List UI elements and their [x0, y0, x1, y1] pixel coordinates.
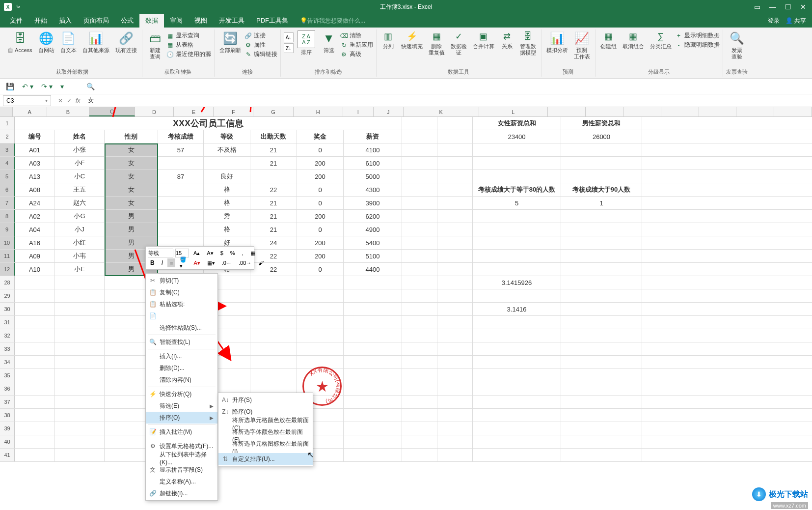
- flash-fill-button[interactable]: ⚡快速填充: [399, 29, 425, 51]
- from-table-button[interactable]: ▦从表格: [167, 41, 211, 49]
- cell-9-0[interactable]: A04: [15, 223, 55, 236]
- sub-自定义排序(U)...[interactable]: ⇅自定义排序(U)...: [218, 453, 313, 465]
- cell-33-7[interactable]: [344, 342, 402, 355]
- tab-data[interactable]: 数据: [139, 14, 164, 28]
- row-header-29[interactable]: 29: [0, 289, 15, 302]
- cell-5-1[interactable]: 小C: [55, 170, 105, 183]
- cell-35-10[interactable]: [473, 369, 561, 382]
- cell-28-8[interactable]: [402, 276, 437, 289]
- cell-9-1[interactable]: 小J: [55, 223, 105, 236]
- filter-button[interactable]: ▼筛选: [319, 29, 339, 55]
- cell-38-10[interactable]: [473, 409, 561, 422]
- row-header-4[interactable]: 4: [0, 157, 15, 170]
- cell-30-5[interactable]: [250, 303, 297, 315]
- cell-6-5[interactable]: 22: [250, 183, 297, 196]
- ungroup-button[interactable]: ▦取消组合: [621, 29, 646, 51]
- header-6[interactable]: 奖金: [297, 130, 344, 143]
- cell-37-10[interactable]: [473, 396, 561, 408]
- cell-38-9[interactable]: [437, 409, 473, 422]
- borders-icon[interactable]: ▦▾: [205, 258, 217, 267]
- tab-view[interactable]: 视图: [189, 14, 213, 28]
- cell-29-1[interactable]: [55, 289, 105, 302]
- increase-decimal-icon[interactable]: .00→: [236, 258, 254, 267]
- cell-31-6[interactable]: [297, 316, 344, 329]
- row-header-7[interactable]: 7: [0, 197, 15, 209]
- ctx-剪切(T)[interactable]: ✂剪切(T): [146, 275, 217, 286]
- cell-8-2[interactable]: 男: [105, 210, 158, 223]
- cell-41-7[interactable]: [344, 449, 402, 461]
- ctx-粘贴选项:[interactable]: 📋粘贴选项:: [146, 298, 217, 310]
- cell-32-10[interactable]: [473, 329, 561, 342]
- cell-33-0[interactable]: [15, 342, 55, 355]
- column-header-F[interactable]: F: [214, 107, 253, 116]
- edit-links-button[interactable]: ✎编辑链接: [245, 50, 277, 58]
- cell-6-1[interactable]: 王五: [55, 183, 105, 196]
- cell-10-7[interactable]: 5400: [344, 236, 402, 249]
- cell-7-1[interactable]: 赵六: [55, 197, 105, 209]
- cell-31-8[interactable]: [402, 316, 437, 329]
- column-header-I[interactable]: I: [343, 107, 373, 116]
- cell-styles-icon[interactable]: ▦: [248, 249, 258, 257]
- cell-5-4[interactable]: 良好: [204, 170, 250, 183]
- row-header-28[interactable]: 28: [0, 276, 15, 289]
- ctx-插入(I)...[interactable]: 插入(I)...: [146, 350, 217, 362]
- cell-29-9[interactable]: [437, 289, 473, 302]
- tab-insert[interactable]: 插入: [53, 14, 78, 28]
- ctx-复制(C)[interactable]: 📋复制(C): [146, 286, 217, 298]
- ribbon-options-icon[interactable]: ▭: [754, 3, 760, 11]
- cell-31-1[interactable]: [55, 316, 105, 329]
- bold-icon[interactable]: B: [148, 258, 157, 267]
- row-header-3[interactable]: 3: [0, 143, 15, 156]
- tell-me-input[interactable]: 💡 告诉我您想要做什么...: [300, 14, 365, 28]
- cell-4-2[interactable]: 女: [105, 157, 158, 170]
- row-header-34[interactable]: 34: [0, 356, 15, 368]
- ctx-筛选(E)[interactable]: 筛选(E)▶: [146, 400, 217, 412]
- cell-36-10[interactable]: [473, 382, 561, 395]
- text-to-columns-button[interactable]: ▥分列: [379, 29, 397, 51]
- cell-4-7[interactable]: 6100: [344, 157, 402, 170]
- cell-41-8[interactable]: [402, 449, 437, 461]
- row-header-36[interactable]: 36: [0, 382, 15, 395]
- show-detail-button[interactable]: +显示明细数据: [676, 31, 720, 40]
- select-all-corner[interactable]: [0, 107, 13, 116]
- header-7[interactable]: 薪资: [344, 130, 402, 143]
- cell-6-4[interactable]: 格: [204, 183, 250, 196]
- row-header-1[interactable]: 1: [0, 117, 15, 130]
- male-salary-header[interactable]: 男性薪资总和: [561, 117, 642, 130]
- tab-layout[interactable]: 页面布局: [78, 14, 115, 28]
- cell-30-9[interactable]: [437, 303, 473, 315]
- header-5[interactable]: 出勤天数: [250, 130, 297, 143]
- row-header-6[interactable]: 6: [0, 183, 15, 196]
- row-header-39[interactable]: 39: [0, 422, 15, 435]
- consolidate-button[interactable]: ▣合并计算: [471, 29, 496, 51]
- column-header-A[interactable]: A: [13, 107, 47, 116]
- tab-pdf[interactable]: PDF工具集: [250, 14, 294, 28]
- cell-29-11[interactable]: [561, 289, 642, 302]
- cell-4-5[interactable]: 21: [250, 157, 297, 170]
- cell-7-3[interactable]: [158, 197, 204, 209]
- cell-7-0[interactable]: A24: [15, 197, 55, 209]
- cell-41-0[interactable]: [15, 449, 55, 461]
- score90-header[interactable]: 考核成绩大于90人数: [561, 183, 642, 196]
- cell-28-7[interactable]: [344, 276, 402, 289]
- cell-34-7[interactable]: [344, 356, 402, 368]
- group-button[interactable]: ▦创建组: [598, 29, 619, 51]
- login-link[interactable]: 登录: [768, 17, 780, 25]
- mini-font-select[interactable]: [148, 249, 173, 257]
- cell-5-7[interactable]: 5000: [344, 170, 402, 183]
- sort-desc-button[interactable]: Z↓: [284, 43, 294, 53]
- ctx-超链接(I)...[interactable]: 🔗超链接(I)...: [146, 487, 217, 499]
- maximize-icon[interactable]: ☐: [785, 3, 791, 11]
- cell-12-1[interactable]: 小E: [55, 263, 105, 276]
- cell-41-10[interactable]: [473, 449, 561, 461]
- cell-35-5[interactable]: [250, 369, 297, 382]
- cell-40-10[interactable]: [473, 435, 561, 448]
- cell-28-10[interactable]: 3.1415926: [473, 276, 561, 289]
- cell-34-10[interactable]: [473, 356, 561, 368]
- row-header-32[interactable]: 32: [0, 329, 15, 342]
- cell-32-7[interactable]: [344, 329, 402, 342]
- properties-button[interactable]: ⚙属性: [245, 41, 277, 49]
- forecast-sheet-button[interactable]: 📈预测 工作表: [572, 29, 592, 61]
- hide-detail-button[interactable]: -隐藏明细数据: [676, 41, 720, 49]
- cell-31-11[interactable]: [561, 316, 642, 329]
